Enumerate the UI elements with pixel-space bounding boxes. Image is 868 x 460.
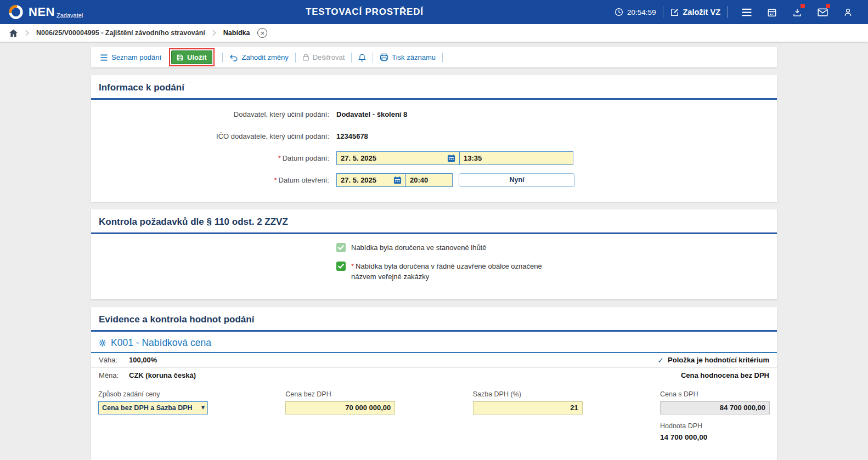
check-row-sealed-envelope: *Nabídka byla doručena v řádně uzavřené … (336, 262, 777, 282)
create-vz-button[interactable]: Založit VZ (670, 8, 720, 17)
downloads-button[interactable] (785, 0, 810, 24)
files-heading: Soubory (91, 456, 777, 460)
decrypt-button: Dešifrovat (300, 53, 347, 61)
currency-label: Měna: (99, 371, 129, 379)
currency-value: CZK (koruna česká) (129, 371, 196, 379)
discard-changes-label: Zahodit změny (241, 53, 288, 61)
mail-icon (818, 8, 828, 16)
vat-rate-input[interactable] (473, 401, 583, 414)
submission-time-input[interactable] (464, 154, 569, 162)
opening-date-field (336, 173, 406, 187)
opening-date-label-text: Datum otevření: (279, 176, 330, 184)
header-actions: 20:54:59 Založit VZ (615, 0, 860, 24)
required-asterisk: * (274, 176, 277, 184)
vat-rate-column: Sazba DPH (%) (473, 390, 583, 441)
ico-row: IČO dodavatele, který učinil podání: 123… (91, 125, 777, 147)
price-incl-vat-readonly (660, 401, 770, 414)
opening-time-input[interactable] (410, 176, 448, 184)
header-separator (727, 6, 728, 18)
edit-square-icon (670, 8, 679, 17)
submission-date-label: *Datum podání: (91, 154, 336, 162)
opening-date-row: *Datum otevření: Nyní (91, 169, 777, 191)
close-icon: × (261, 30, 265, 37)
price-method-select[interactable]: Cena bez DPH a Sazba DPH (98, 401, 208, 414)
price-incl-vat-label: Cena s DPH (660, 390, 770, 398)
submission-date-row: *Datum podání: (91, 147, 777, 169)
save-button[interactable]: Uložit (171, 50, 212, 64)
required-asterisk: * (351, 262, 354, 270)
nen-logo[interactable]: NEN Zadavatel (8, 4, 83, 20)
submission-date-label-text: Datum podání: (283, 154, 329, 162)
calendar-icon (767, 8, 777, 17)
weight-value: 100,00% (129, 356, 157, 364)
price-method-column: Způsob zadání ceny Cena bez DPH a Sazba … (98, 390, 208, 441)
calendar-picker-icon[interactable] (447, 154, 455, 162)
profile-button[interactable] (835, 0, 860, 24)
chevron-right-icon (25, 30, 30, 36)
criterion-heading-label: K001 - Nabídková cena (111, 337, 211, 349)
now-button[interactable]: Nyní (459, 173, 575, 187)
action-toolbar: Seznam podání Uložit Zahodit změny Dešif… (91, 47, 777, 67)
app-header: NEN Zadavatel TESTOVACÍ PROSTŘEDÍ 20:54:… (0, 0, 868, 24)
notifications-button[interactable] (356, 53, 368, 62)
opening-date-input[interactable] (341, 176, 391, 184)
list-submissions-button[interactable]: Seznam podání (98, 53, 164, 61)
checkbox-checked[interactable] (336, 262, 346, 271)
hamburger-icon (741, 8, 752, 16)
print-record-button[interactable]: Tisk záznamu (377, 53, 438, 61)
toolbar-separator (222, 53, 223, 63)
toolbar-separator (373, 53, 373, 63)
supplier-row: Dodavatel, který učinil podání: Dodavate… (91, 103, 777, 125)
messages-button[interactable] (810, 0, 835, 24)
vat-amount-value: 14 700 000,00 (660, 433, 770, 441)
check-label: Nabídka byla doručena ve stanovené lhůtě (351, 243, 486, 253)
required-asterisk: * (278, 154, 281, 162)
submission-date-field (336, 151, 460, 165)
ico-label: IČO dodavatele, který učinil podání: (91, 132, 336, 140)
currency-row: Měna: CZK (koruna česká) Cena hodnocena … (91, 368, 777, 383)
messages-notification-badge (826, 4, 830, 8)
menu-button[interactable] (734, 0, 759, 24)
lock-icon (302, 53, 309, 61)
values-section: Evidence a kontrola hodnot podání K001 -… (91, 307, 777, 460)
breadcrumb: N006/25/V00004995 - Zajištění závodního … (0, 24, 868, 42)
criterion-flag: ✓ Položka je hodnotící kritérium (657, 356, 769, 365)
submission-date-input[interactable] (341, 154, 444, 162)
check-label-text: Nabídka byla doručena v řádně uzavřené o… (351, 262, 542, 281)
price-method-label: Způsob zadání ceny (98, 390, 208, 398)
price-excl-vat-column: Cena bez DPH (285, 390, 395, 441)
home-button[interactable] (9, 29, 18, 37)
price-excl-vat-input[interactable] (285, 401, 395, 414)
logo-text: NEN (29, 6, 55, 18)
submission-info-section: Informace k podání Dodavatel, který učin… (91, 75, 777, 202)
vat-rate-label: Sazba DPH (%) (473, 390, 583, 398)
bell-icon (358, 53, 366, 62)
calendar-picker-icon[interactable] (393, 176, 402, 184)
submission-time-field (459, 151, 573, 165)
evaluation-note: Cena hodnocena bez DPH (681, 371, 769, 379)
chevron-right-icon (212, 30, 217, 36)
clock-time: 20:54:59 (627, 8, 656, 16)
vat-amount-block: Hodnota DPH 14 700 000,00 (660, 422, 770, 441)
opening-date-label: *Datum otevření: (91, 176, 336, 184)
close-tab-button[interactable]: × (257, 28, 267, 38)
ico-value: 12345678 (336, 132, 368, 140)
price-incl-vat-column: Cena s DPH Hodnota DPH 14 700 000,00 (660, 390, 770, 441)
print-record-label: Tisk záznamu (392, 53, 436, 61)
save-icon (176, 54, 184, 61)
download-icon (792, 8, 802, 17)
discard-changes-button[interactable]: Zahodit změny (227, 53, 290, 61)
clock-icon (615, 8, 623, 16)
undo-icon (229, 54, 238, 61)
decrypt-label: Dešifrovat (313, 53, 345, 61)
checkbox-checked-disabled (336, 243, 346, 252)
save-label: Uložit (187, 53, 206, 61)
list-icon (100, 54, 108, 61)
calendar-button[interactable] (759, 0, 785, 24)
weight-row: Váha: 100,00% ✓ Položka je hodnotící kri… (91, 353, 777, 368)
logo-subtitle: Zadavatel (57, 12, 83, 19)
breadcrumb-procurement-link[interactable]: N006/25/V00004995 - Zajištění závodního … (36, 29, 205, 37)
breadcrumb-current-tab[interactable]: Nabídka (223, 29, 250, 37)
check-icon: ✓ (657, 356, 664, 365)
downloads-notification-badge (801, 4, 805, 8)
